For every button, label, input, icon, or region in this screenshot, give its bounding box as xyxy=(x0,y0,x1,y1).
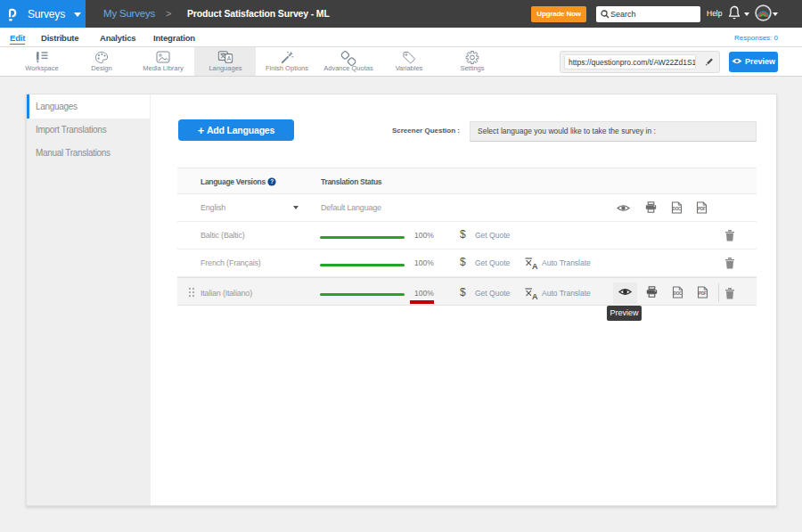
svg-text:?: ? xyxy=(270,178,274,184)
svg-text:A: A xyxy=(227,55,232,61)
svg-text:DOC: DOC xyxy=(673,207,682,211)
svg-text:A: A xyxy=(532,291,538,299)
svg-text:A: A xyxy=(532,262,538,270)
svg-text:PDF: PDF xyxy=(698,207,706,211)
svg-text:PDF: PDF xyxy=(699,291,707,296)
svg-text:DOC: DOC xyxy=(674,291,683,296)
